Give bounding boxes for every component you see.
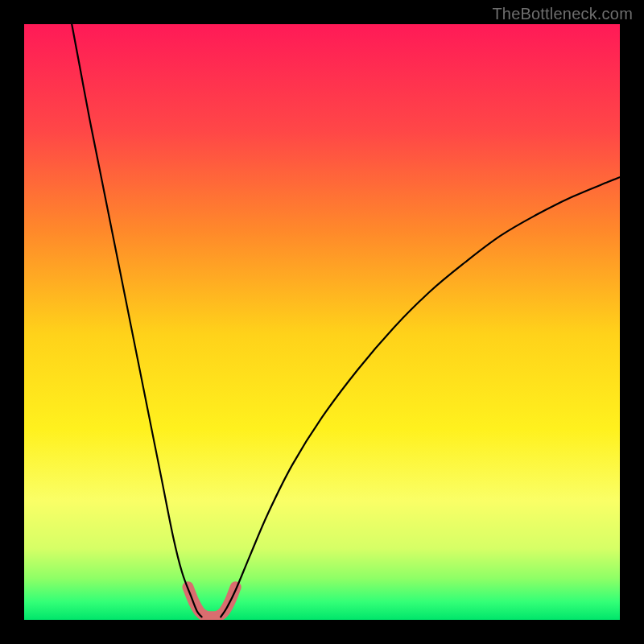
minimum-highlight-curve	[188, 587, 236, 617]
watermark-text: TheBottleneck.com	[492, 5, 633, 23]
curves-layer	[24, 24, 620, 620]
chart-frame: TheBottleneck.com	[0, 0, 644, 644]
right-curve	[221, 177, 620, 617]
plot-area	[24, 24, 620, 620]
left-curve	[72, 24, 201, 617]
